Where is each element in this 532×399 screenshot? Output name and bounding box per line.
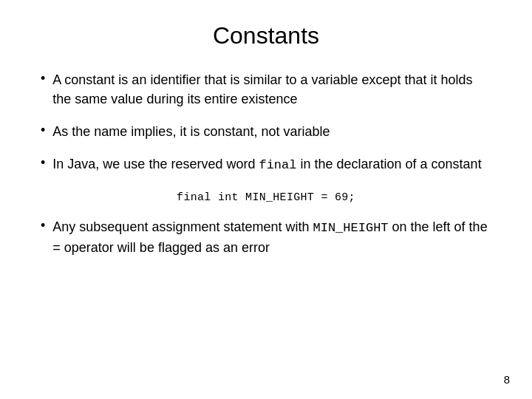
bullet-symbol: • — [41, 218, 45, 233]
list-item: • As the name implies, it is constant, n… — [41, 122, 491, 141]
bullet-text-2: As the name implies, it is constant, not… — [52, 122, 330, 141]
slide-title: Constants — [41, 22, 491, 50]
bullet-text-4: Any subsequent assignment statement with… — [52, 217, 491, 257]
inline-code-final: final — [259, 158, 296, 172]
slide-content: • A constant is an identifier that is si… — [41, 70, 491, 377]
code-block: final int MIN_HEIGHT = 69; — [41, 191, 491, 204]
bullet-symbol: • — [41, 155, 45, 171]
bullet-text-3-before: In Java, we use the reserved word — [52, 157, 259, 171]
list-item: • Any subsequent assignment statement wi… — [41, 217, 491, 257]
slide: Constants • A constant is an identifier … — [0, 0, 532, 399]
bullet-symbol: • — [41, 71, 45, 86]
list-item: • In Java, we use the reserved word fina… — [41, 154, 491, 175]
bullet-text-3: In Java, we use the reserved word final … — [52, 154, 481, 175]
page-number: 8 — [504, 373, 510, 386]
bullet-text-4-before: Any subsequent assignment statement with — [52, 219, 313, 234]
inline-code-minheight: MIN_HEIGHT — [313, 221, 389, 235]
list-item: • A constant is an identifier that is si… — [41, 70, 491, 109]
bullet-symbol: • — [41, 123, 45, 138]
bullet-text-1: A constant is an identifier that is simi… — [52, 70, 491, 109]
bullet-text-3-after: in the declaration of a constant — [296, 157, 481, 171]
code-block-text: final int MIN_HEIGHT = 69; — [177, 191, 355, 204]
